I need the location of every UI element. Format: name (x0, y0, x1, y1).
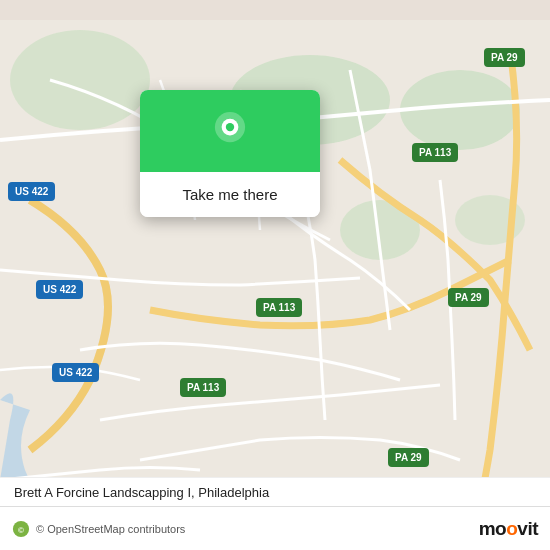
take-me-there-button[interactable]: Take me there (140, 172, 320, 217)
road-badge-pa29-mid: PA 29 (448, 288, 489, 307)
road-badge-pa113-low: PA 113 (180, 378, 226, 397)
moovit-brand: moovit (479, 518, 538, 540)
road-badge-pa29-low: PA 29 (388, 448, 429, 467)
road-badge-us422-2: US 422 (36, 280, 83, 299)
road-badge-pa113-right: PA 113 (412, 143, 458, 162)
road-badge-pa113-mid: PA 113 (256, 298, 302, 317)
moovit-logo-container: moovit (479, 518, 538, 540)
location-name: Brett A Forcine Landscapping I, Philadel… (14, 485, 269, 500)
road-badge-us422-1: US 422 (8, 182, 55, 201)
popup-card: Take me there (140, 90, 320, 217)
location-pin-icon (209, 112, 251, 154)
map-container: PA 29 PA 113 US 422 US 422 US 422 PA 113… (0, 0, 550, 550)
osm-icon: © (12, 520, 30, 538)
popup-header (140, 90, 320, 172)
road-badge-us422-3: US 422 (52, 363, 99, 382)
svg-text:©: © (18, 525, 24, 534)
attribution-label: © OpenStreetMap contributors (36, 523, 185, 535)
road-badge-pa29-top: PA 29 (484, 48, 525, 67)
map-svg (0, 0, 550, 550)
svg-point-3 (10, 30, 150, 130)
